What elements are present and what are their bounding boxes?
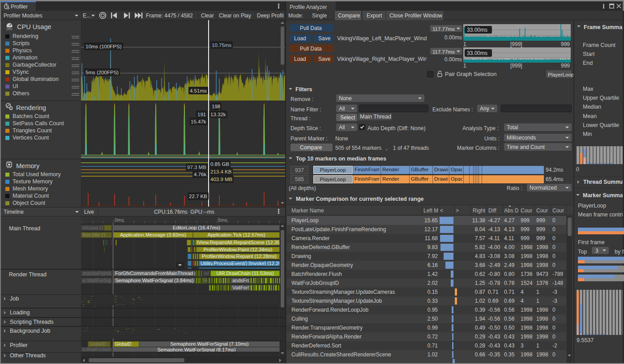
svg-text:CPU: CPU bbox=[6, 27, 12, 30]
